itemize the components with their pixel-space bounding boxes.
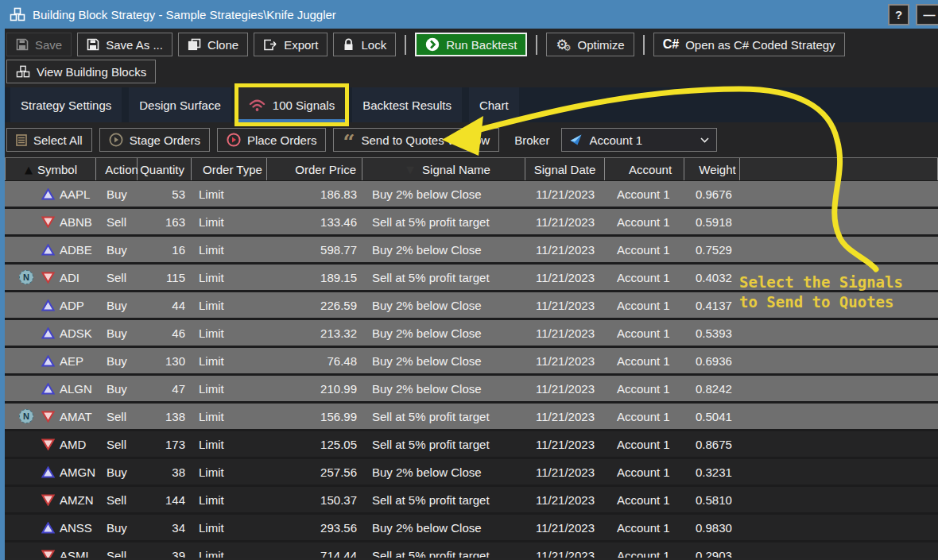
column-label: Weight <box>699 163 735 176</box>
table-row-amd[interactable]: AMDSell173Limit125.05Sell at 5% profit t… <box>5 431 938 457</box>
table-row-adbe[interactable]: ADBEBuy16Limit598.77Buy 2% below Close11… <box>5 237 938 262</box>
symbol-cell: AMD <box>5 431 96 457</box>
view-building-blocks-button[interactable]: View Building Blocks <box>6 60 156 83</box>
table-row-adp[interactable]: ADPBuy44Limit226.59Buy 2% below Close11/… <box>5 292 938 318</box>
table-row-aep[interactable]: AEPBuy130Limit76.48Buy 2% below Close11/… <box>5 348 938 373</box>
table-row-amgn[interactable]: AMGNBuy38Limit257.56Buy 2% below Close11… <box>5 459 938 485</box>
column-header-weight[interactable]: Weight <box>684 158 740 180</box>
table-row-amat[interactable]: NAMATSell138Limit156.99Sell at 5% profit… <box>5 404 938 429</box>
account-cell: Account 1 <box>605 237 684 262</box>
run-icon <box>425 37 440 52</box>
run-backtest-button[interactable]: Run Backtest <box>415 33 527 56</box>
buy-triangle-icon <box>41 244 55 256</box>
table-row-adi[interactable]: NADISell115Limit189.15Sell at 5% profit … <box>5 265 938 290</box>
stage-orders-play-icon <box>109 133 123 147</box>
quantity-cell: 115 <box>138 265 192 290</box>
action-cell: Sell <box>96 404 138 429</box>
row-filler <box>740 404 938 429</box>
order-price-cell: 213.32 <box>267 320 362 346</box>
open-csharp-button[interactable]: C# Open as C# Coded Strategy <box>653 33 845 56</box>
sort-descending-icon: ▼ <box>406 164 414 175</box>
lock-label: Lock <box>361 38 386 52</box>
stage-orders-button[interactable]: Stage Orders <box>99 128 210 152</box>
account-cell: Account 1 <box>605 265 684 290</box>
minimize-button[interactable]: — <box>916 4 938 25</box>
column-label: Order Type <box>203 163 262 176</box>
chevron-down-icon <box>700 137 709 143</box>
column-header-signal-date[interactable]: Signal Date <box>525 158 605 180</box>
quotes-icon: “ <box>343 134 355 145</box>
buy-triangle-icon <box>41 327 55 339</box>
save-button[interactable]: Save <box>6 33 72 56</box>
order-price-cell: 598.77 <box>267 237 362 262</box>
account-cell: Account 1 <box>605 431 684 457</box>
column-header-order-type[interactable]: Order Type <box>192 158 267 180</box>
tab-label: 100 Signals <box>273 98 335 112</box>
account-dropdown[interactable]: Account 1 <box>561 128 717 152</box>
signal-name-cell: Buy 2% below Close <box>362 237 525 262</box>
tab-strategy-settings[interactable]: Strategy Settings <box>10 87 122 122</box>
column-header-quantity[interactable]: Quantity <box>138 158 192 180</box>
tab-design-surface[interactable]: Design Surface <box>129 87 231 122</box>
signal-date-cell: 11/21/2023 <box>525 237 605 262</box>
quantity-cell: 38 <box>138 459 192 485</box>
account-cell: Account 1 <box>605 320 684 346</box>
table-row-adsk[interactable]: ADSKBuy46Limit213.32Buy 2% below Close11… <box>5 320 938 346</box>
buy-triangle-icon <box>41 522 55 534</box>
account-cell: Account 1 <box>605 404 684 429</box>
signal-date-cell: 11/21/2023 <box>525 292 605 318</box>
column-header-filler <box>740 158 938 180</box>
clone-label: Clone <box>207 38 238 52</box>
order-type-cell: Limit <box>192 404 267 429</box>
column-label: Quantity <box>140 163 184 176</box>
weight-cell: 0.4137 <box>684 292 740 318</box>
order-price-cell: 156.99 <box>267 404 362 429</box>
select-all-button[interactable]: Select All <box>6 128 92 152</box>
order-price-cell: 186.83 <box>267 181 362 207</box>
account-cell: Account 1 <box>605 459 684 485</box>
place-orders-play-icon <box>227 133 241 147</box>
order-type-cell: Limit <box>192 209 267 234</box>
table-row-anss[interactable]: ANSSBuy34Limit293.56Buy 2% below Close11… <box>5 515 938 540</box>
optimize-button[interactable]: ⚙⚙ Optimize <box>546 33 634 56</box>
signal-date-cell: 11/21/2023 <box>525 320 605 346</box>
symbol-text: ALGN <box>60 382 92 396</box>
weight-cell: 0.7529 <box>684 237 740 262</box>
column-header-symbol[interactable]: ▲Symbol <box>5 158 96 180</box>
signal-name-cell: Buy 2% below Close <box>362 376 525 401</box>
table-row-amzn[interactable]: AMZNSell144Limit150.37Sell at 5% profit … <box>5 487 938 512</box>
column-header-signal-name[interactable]: ▼Signal Name <box>362 158 525 180</box>
send-to-quotes-button[interactable]: “ Send to Quotes Window <box>333 128 499 152</box>
help-button[interactable]: ? <box>888 4 909 25</box>
save-floppy-icon <box>16 38 29 51</box>
signal-date-cell: 11/21/2023 <box>525 404 605 429</box>
action-cell: Sell <box>96 487 138 512</box>
account-cell: Account 1 <box>605 348 684 373</box>
column-header-account[interactable]: Account <box>605 158 684 180</box>
save-as-button[interactable]: Save As ... <box>77 33 172 56</box>
order-price-cell: 189.15 <box>267 265 362 290</box>
column-header-action[interactable]: Action <box>96 158 138 180</box>
tab-100-signals[interactable]: 100 Signals <box>238 87 345 122</box>
table-row-abnb[interactable]: ABNBSell163Limit133.46Sell at 5% profit … <box>5 209 938 234</box>
clone-button[interactable]: Clone <box>178 33 248 56</box>
export-button[interactable]: Export <box>254 33 328 56</box>
table-row-asml[interactable]: ASMLSell39Limit714.44Sell at 5% profit t… <box>5 543 938 558</box>
weight-cell: 0.5041 <box>684 404 740 429</box>
column-header-order-price[interactable]: Order Price <box>267 158 362 180</box>
sell-triangle-icon <box>41 438 55 450</box>
row-filler <box>740 543 938 558</box>
title-bar: Building Block Strategy - Sample Strateg… <box>0 0 938 29</box>
sell-triangle-icon <box>41 494 55 506</box>
column-label: Action <box>105 163 138 176</box>
save-as-floppy-icon <box>87 38 99 51</box>
tab-chart[interactable]: Chart <box>469 87 519 122</box>
account-selected-value: Account 1 <box>589 133 694 147</box>
table-row-aapl[interactable]: AAPLBuy53Limit186.83Buy 2% below Close11… <box>5 181 938 207</box>
nsf-indicator-icon: N <box>16 270 37 284</box>
place-orders-button[interactable]: Place Orders <box>217 128 327 152</box>
csharp-icon: C# <box>663 37 679 52</box>
tab-backtest-results[interactable]: Backtest Results <box>352 87 462 122</box>
lock-button[interactable]: Lock <box>333 33 396 56</box>
table-row-algn[interactable]: ALGNBuy47Limit210.99Buy 2% below Close11… <box>5 376 938 401</box>
